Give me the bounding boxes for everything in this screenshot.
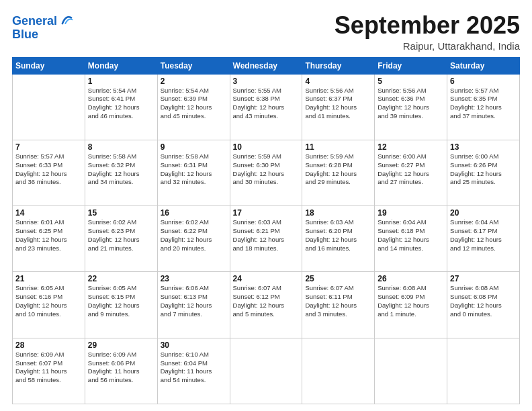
calendar-cell: 11Sunrise: 5:59 AMSunset: 6:28 PMDayligh… xyxy=(302,140,375,205)
cell-info: Sunrise: 6:08 AMSunset: 6:08 PMDaylight:… xyxy=(450,284,517,318)
weekday-header-wednesday: Wednesday xyxy=(230,57,302,74)
logo: General Blue xyxy=(12,15,73,42)
cell-info: Sunrise: 5:55 AMSunset: 6:38 PMDaylight:… xyxy=(233,87,300,121)
calendar-cell: 21Sunrise: 6:05 AMSunset: 6:16 PMDayligh… xyxy=(13,272,85,338)
cell-day-number: 9 xyxy=(161,142,227,152)
header: General Blue September 2025 Raipur, Utta… xyxy=(12,12,520,52)
cell-day-number: 21 xyxy=(15,274,82,283)
cell-day-number: 16 xyxy=(161,208,227,218)
cell-info: Sunrise: 5:59 AMSunset: 6:30 PMDaylight:… xyxy=(233,152,300,187)
cell-day-number: 14 xyxy=(15,208,82,218)
calendar-cell: 29Sunrise: 6:09 AMSunset: 6:06 PMDayligh… xyxy=(85,338,157,404)
cell-day-number: 15 xyxy=(88,208,154,218)
cell-day-number: 22 xyxy=(88,274,154,283)
weekday-header-thursday: Thursday xyxy=(302,57,375,74)
cell-day-number: 25 xyxy=(305,274,371,283)
cell-info: Sunrise: 5:57 AMSunset: 6:35 PMDaylight:… xyxy=(450,87,517,121)
calendar-cell: 3Sunrise: 5:55 AMSunset: 6:38 PMDaylight… xyxy=(230,74,302,140)
calendar-cell: 15Sunrise: 6:02 AMSunset: 6:23 PMDayligh… xyxy=(85,206,157,272)
logo-blue: Blue xyxy=(12,28,73,42)
cell-info: Sunrise: 5:56 AMSunset: 6:36 PMDaylight:… xyxy=(378,87,444,121)
calendar-cell: 17Sunrise: 6:03 AMSunset: 6:21 PMDayligh… xyxy=(230,206,302,272)
calendar-cell: 1Sunrise: 5:54 AMSunset: 6:41 PMDaylight… xyxy=(85,74,157,140)
weekday-header-friday: Friday xyxy=(375,57,447,74)
cell-day-number: 13 xyxy=(450,142,517,152)
calendar-cell: 6Sunrise: 5:57 AMSunset: 6:35 PMDaylight… xyxy=(447,74,520,140)
cell-day-number: 19 xyxy=(378,208,444,218)
cell-info: Sunrise: 6:01 AMSunset: 6:25 PMDaylight:… xyxy=(15,218,82,253)
cell-info: Sunrise: 6:00 AMSunset: 6:26 PMDaylight:… xyxy=(450,152,517,187)
title-block: September 2025 Raipur, Uttarakhand, Indi… xyxy=(335,12,520,52)
week-row-3: 14Sunrise: 6:01 AMSunset: 6:25 PMDayligh… xyxy=(13,206,520,272)
cell-day-number: 6 xyxy=(450,77,517,86)
cell-info: Sunrise: 6:02 AMSunset: 6:23 PMDaylight:… xyxy=(88,218,154,253)
cell-day-number: 2 xyxy=(161,77,227,86)
cell-info: Sunrise: 6:06 AMSunset: 6:13 PMDaylight:… xyxy=(161,284,227,318)
calendar-cell: 19Sunrise: 6:04 AMSunset: 6:18 PMDayligh… xyxy=(375,206,447,272)
cell-info: Sunrise: 6:04 AMSunset: 6:18 PMDaylight:… xyxy=(378,218,444,253)
cell-day-number: 11 xyxy=(305,142,371,152)
cell-info: Sunrise: 5:57 AMSunset: 6:33 PMDaylight:… xyxy=(15,152,82,187)
weekday-header-row: SundayMondayTuesdayWednesdayThursdayFrid… xyxy=(13,57,520,74)
cell-info: Sunrise: 6:04 AMSunset: 6:17 PMDaylight:… xyxy=(450,218,517,253)
cell-info: Sunrise: 6:07 AMSunset: 6:11 PMDaylight:… xyxy=(305,284,371,318)
calendar-cell: 24Sunrise: 6:07 AMSunset: 6:12 PMDayligh… xyxy=(230,272,302,338)
calendar-cell: 7Sunrise: 5:57 AMSunset: 6:33 PMDaylight… xyxy=(13,140,85,205)
month-title: September 2025 xyxy=(335,12,520,39)
calendar-cell: 20Sunrise: 6:04 AMSunset: 6:17 PMDayligh… xyxy=(447,206,520,272)
week-row-5: 28Sunrise: 6:09 AMSunset: 6:07 PMDayligh… xyxy=(13,338,520,404)
cell-info: Sunrise: 5:54 AMSunset: 6:39 PMDaylight:… xyxy=(161,87,227,121)
cell-info: Sunrise: 6:02 AMSunset: 6:22 PMDaylight:… xyxy=(161,218,227,253)
calendar-cell: 5Sunrise: 5:56 AMSunset: 6:36 PMDaylight… xyxy=(375,74,447,140)
cell-info: Sunrise: 6:00 AMSunset: 6:27 PMDaylight:… xyxy=(378,152,444,187)
cell-info: Sunrise: 6:03 AMSunset: 6:21 PMDaylight:… xyxy=(233,218,300,253)
cell-day-number: 29 xyxy=(88,340,154,350)
weekday-header-saturday: Saturday xyxy=(447,57,520,74)
calendar-cell: 23Sunrise: 6:06 AMSunset: 6:13 PMDayligh… xyxy=(157,272,230,338)
week-row-4: 21Sunrise: 6:05 AMSunset: 6:16 PMDayligh… xyxy=(13,272,520,338)
cell-info: Sunrise: 6:09 AMSunset: 6:06 PMDaylight:… xyxy=(88,351,154,385)
cell-day-number: 20 xyxy=(450,208,517,218)
week-row-1: 1Sunrise: 5:54 AMSunset: 6:41 PMDaylight… xyxy=(13,74,520,140)
cell-day-number: 17 xyxy=(233,208,300,218)
location-subtitle: Raipur, Uttarakhand, India xyxy=(335,40,520,52)
calendar-cell xyxy=(230,338,302,404)
week-row-2: 7Sunrise: 5:57 AMSunset: 6:33 PMDaylight… xyxy=(13,140,520,205)
calendar-cell: 4Sunrise: 5:56 AMSunset: 6:37 PMDaylight… xyxy=(302,74,375,140)
cell-day-number: 12 xyxy=(378,142,444,152)
calendar-cell: 2Sunrise: 5:54 AMSunset: 6:39 PMDaylight… xyxy=(157,74,230,140)
weekday-header-sunday: Sunday xyxy=(13,57,85,74)
logo-text: General xyxy=(12,15,57,28)
calendar-cell: 8Sunrise: 5:58 AMSunset: 6:32 PMDaylight… xyxy=(85,140,157,205)
cell-day-number: 30 xyxy=(161,340,227,350)
cell-day-number: 26 xyxy=(378,274,444,283)
calendar-cell: 22Sunrise: 6:05 AMSunset: 6:15 PMDayligh… xyxy=(85,272,157,338)
cell-info: Sunrise: 5:56 AMSunset: 6:37 PMDaylight:… xyxy=(305,87,371,121)
calendar-cell xyxy=(302,338,375,404)
calendar-cell: 18Sunrise: 6:03 AMSunset: 6:20 PMDayligh… xyxy=(302,206,375,272)
cell-day-number: 5 xyxy=(378,77,444,86)
cell-info: Sunrise: 6:10 AMSunset: 6:04 PMDaylight:… xyxy=(161,351,227,385)
weekday-header-tuesday: Tuesday xyxy=(157,57,230,74)
cell-info: Sunrise: 6:07 AMSunset: 6:12 PMDaylight:… xyxy=(233,284,300,318)
cell-day-number: 23 xyxy=(161,274,227,283)
cell-info: Sunrise: 6:09 AMSunset: 6:07 PMDaylight:… xyxy=(15,351,82,385)
cell-day-number: 3 xyxy=(233,77,300,86)
cell-info: Sunrise: 6:05 AMSunset: 6:16 PMDaylight:… xyxy=(15,284,82,318)
calendar-cell: 25Sunrise: 6:07 AMSunset: 6:11 PMDayligh… xyxy=(302,272,375,338)
cell-info: Sunrise: 5:59 AMSunset: 6:28 PMDaylight:… xyxy=(305,152,371,187)
cell-day-number: 24 xyxy=(233,274,300,283)
calendar-cell xyxy=(447,338,520,404)
cell-day-number: 28 xyxy=(15,340,82,350)
calendar-cell: 13Sunrise: 6:00 AMSunset: 6:26 PMDayligh… xyxy=(447,140,520,205)
calendar-cell: 26Sunrise: 6:08 AMSunset: 6:09 PMDayligh… xyxy=(375,272,447,338)
calendar-cell: 9Sunrise: 5:58 AMSunset: 6:31 PMDaylight… xyxy=(157,140,230,205)
logo-icon xyxy=(58,13,73,28)
calendar-cell: 30Sunrise: 6:10 AMSunset: 6:04 PMDayligh… xyxy=(157,338,230,404)
cell-info: Sunrise: 5:58 AMSunset: 6:32 PMDaylight:… xyxy=(88,152,154,187)
calendar-cell: 14Sunrise: 6:01 AMSunset: 6:25 PMDayligh… xyxy=(13,206,85,272)
cell-day-number: 8 xyxy=(88,142,154,152)
cell-day-number: 4 xyxy=(305,77,371,86)
calendar-cell xyxy=(375,338,447,404)
cell-day-number: 18 xyxy=(305,208,371,218)
